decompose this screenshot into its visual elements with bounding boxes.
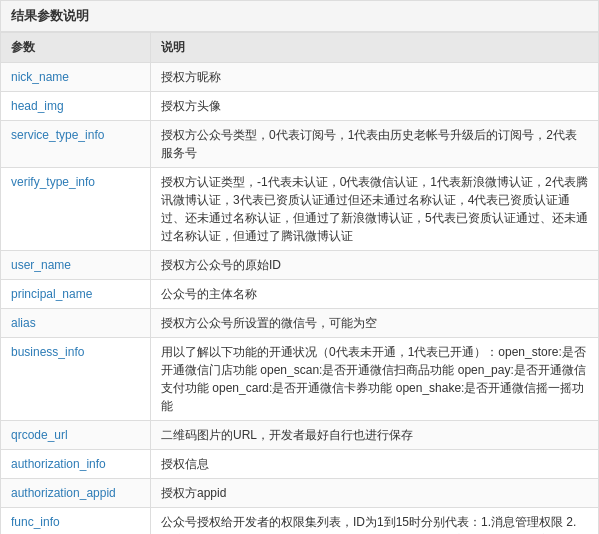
desc-cell: 用以了解以下功能的开通状况（0代表未开通，1代表已开通）：open_store:… <box>151 338 599 421</box>
table-row: business_info用以了解以下功能的开通状况（0代表未开通，1代表已开通… <box>1 338 599 421</box>
param-cell: alias <box>1 309 151 338</box>
param-cell: service_type_info <box>1 121 151 168</box>
desc-header: 说明 <box>151 33 599 63</box>
table-row: qrcode_url二维码图片的URL，开发者最好自行也进行保存 <box>1 421 599 450</box>
param-cell: head_img <box>1 92 151 121</box>
param-cell: user_name <box>1 251 151 280</box>
param-cell: verify_type_info <box>1 168 151 251</box>
table-row: service_type_info授权方公众号类型，0代表订阅号，1代表由历史老… <box>1 121 599 168</box>
param-cell: authorization_appid <box>1 479 151 508</box>
table-row: nick_name授权方昵称 <box>1 63 599 92</box>
table-row: func_info公众号授权给开发者的权限集列表，ID为1到15时分别代表：1.… <box>1 508 599 535</box>
param-cell: business_info <box>1 338 151 421</box>
desc-cell: 授权方头像 <box>151 92 599 121</box>
param-cell: authorization_info <box>1 450 151 479</box>
desc-cell: 授权方公众号所设置的微信号，可能为空 <box>151 309 599 338</box>
table-row: user_name授权方公众号的原始ID <box>1 251 599 280</box>
desc-cell: 二维码图片的URL，开发者最好自行也进行保存 <box>151 421 599 450</box>
table-row: authorization_appid授权方appid <box>1 479 599 508</box>
desc-cell: 授权方认证类型，-1代表未认证，0代表微信认证，1代表新浪微博认证，2代表腾讯微… <box>151 168 599 251</box>
desc-cell: 公众号的主体名称 <box>151 280 599 309</box>
desc-cell: 授权方公众号类型，0代表订阅号，1代表由历史老帐号升级后的订阅号，2代表服务号 <box>151 121 599 168</box>
table-row: verify_type_info授权方认证类型，-1代表未认证，0代表微信认证，… <box>1 168 599 251</box>
param-cell: qrcode_url <box>1 421 151 450</box>
table-row: alias授权方公众号所设置的微信号，可能为空 <box>1 309 599 338</box>
param-header: 参数 <box>1 33 151 63</box>
table-row: head_img授权方头像 <box>1 92 599 121</box>
page-title: 结果参数说明 <box>0 0 599 32</box>
table-header: 参数 说明 <box>1 33 599 63</box>
param-cell: nick_name <box>1 63 151 92</box>
table-row: principal_name公众号的主体名称 <box>1 280 599 309</box>
desc-cell: 授权信息 <box>151 450 599 479</box>
params-table: 参数 说明 nick_name授权方昵称head_img授权方头像service… <box>0 32 599 534</box>
desc-cell: 授权方公众号的原始ID <box>151 251 599 280</box>
desc-cell: 授权方appid <box>151 479 599 508</box>
desc-cell: 公众号授权给开发者的权限集列表，ID为1到15时分别代表：1.消息管理权限 2.… <box>151 508 599 535</box>
table-row: authorization_info授权信息 <box>1 450 599 479</box>
param-cell: principal_name <box>1 280 151 309</box>
param-cell: func_info <box>1 508 151 535</box>
desc-cell: 授权方昵称 <box>151 63 599 92</box>
